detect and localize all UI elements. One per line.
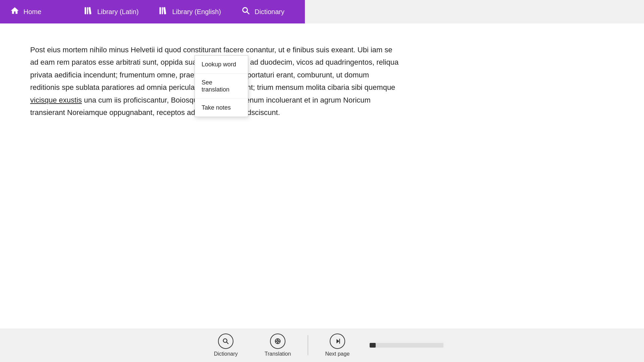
top-navigation: Home Library (Latin) Library (English): [0, 0, 644, 23]
tab-dictionary-label: Dictionary: [255, 8, 284, 16]
svg-rect-0: [85, 7, 86, 14]
tab-library-english[interactable]: Library (English): [149, 0, 231, 23]
next-page-button-label: Next page: [325, 351, 350, 357]
progress-bar-track: [370, 343, 443, 348]
tab-library-english-label: Library (English): [172, 8, 221, 16]
svg-point-11: [277, 340, 279, 342]
translation-button-icon: [270, 334, 285, 349]
dictionary-button-icon: [218, 334, 233, 349]
dictionary-button-label: Dictionary: [214, 351, 238, 357]
svg-line-7: [247, 12, 249, 14]
library-english-icon: [159, 6, 168, 17]
progress-area: [370, 343, 443, 348]
context-menu-see-translation[interactable]: See translation: [195, 74, 248, 99]
translation-button[interactable]: Translation: [251, 330, 305, 360]
bottom-bar: Dictionary Translation: [0, 328, 644, 362]
translation-button-label: Translation: [265, 351, 291, 357]
home-icon: [10, 6, 19, 17]
context-menu-lookup-word[interactable]: Lookup word: [195, 56, 248, 74]
svg-rect-1: [87, 7, 88, 14]
svg-rect-3: [160, 7, 161, 14]
dictionary-search-icon: [241, 6, 251, 17]
svg-line-9: [227, 342, 228, 344]
dictionary-button[interactable]: Dictionary: [201, 330, 251, 360]
svg-rect-5: [163, 7, 166, 14]
context-menu-take-notes[interactable]: Take notes: [195, 99, 248, 117]
svg-rect-4: [162, 7, 163, 14]
svg-rect-2: [89, 7, 92, 14]
tab-dictionary[interactable]: Dictionary: [231, 0, 305, 23]
main-content: Post eius mortem nihilo minus Helvetii i…: [0, 23, 644, 328]
bottom-actions: Dictionary Translation: [201, 330, 444, 360]
context-menu: Lookup word See translation Take notes: [195, 55, 248, 117]
tab-home[interactable]: Home: [0, 0, 74, 23]
tab-library-latin[interactable]: Library (Latin): [74, 0, 149, 23]
svg-marker-17: [336, 339, 339, 344]
selected-word[interactable]: vicisque exustis: [30, 96, 82, 104]
tab-home-label: Home: [23, 8, 41, 16]
tab-library-latin-label: Library (Latin): [97, 8, 139, 16]
bottom-divider: [308, 335, 308, 355]
next-page-button-icon: [330, 334, 345, 349]
library-latin-icon: [84, 6, 93, 17]
next-page-button[interactable]: Next page: [312, 330, 363, 360]
progress-bar-fill: [370, 343, 376, 348]
